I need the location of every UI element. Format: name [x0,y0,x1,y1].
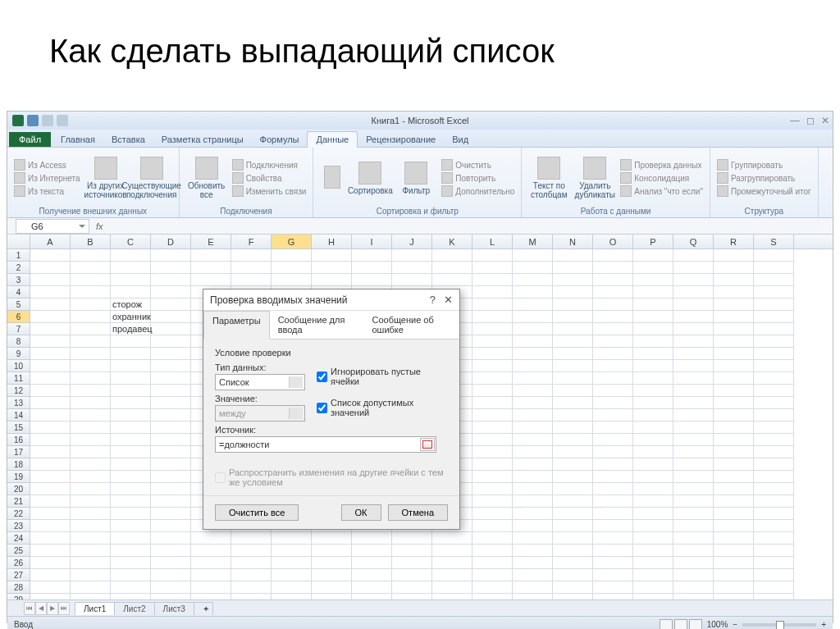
cell[interactable] [513,569,553,581]
cell[interactable] [432,532,472,545]
cell[interactable] [714,385,754,397]
cell[interactable] [151,446,191,458]
ungroup-button[interactable]: Разгруппировать [717,172,811,184]
cell[interactable] [714,594,754,599]
cell[interactable] [513,508,553,520]
cell[interactable] [754,397,794,409]
cell[interactable] [633,594,673,599]
cell[interactable] [673,520,714,532]
cell[interactable] [553,274,593,286]
normal-view-button[interactable] [660,619,673,630]
cell[interactable] [432,569,472,581]
cell[interactable] [30,422,71,434]
cell[interactable] [673,446,714,458]
cell[interactable] [673,274,714,286]
cell[interactable] [633,286,673,299]
cell[interactable] [151,360,191,372]
clear-button[interactable]: Очистить [441,159,514,171]
cell[interactable] [553,471,593,483]
dialog-tab-settings[interactable]: Параметры [203,311,270,340]
cell[interactable] [754,532,794,545]
cell[interactable] [553,360,593,372]
cell[interactable] [553,594,593,599]
tab-view[interactable]: Вид [444,132,477,147]
cell[interactable] [754,520,794,532]
cell[interactable] [151,471,191,483]
sheet-nav-last[interactable]: ⏭ [58,602,70,615]
close-icon[interactable]: ✕ [821,115,829,126]
cell[interactable] [513,323,553,335]
cell[interactable] [151,483,191,495]
cell[interactable] [30,372,71,385]
cell[interactable] [71,335,111,348]
column-header[interactable]: N [553,235,593,248]
cell[interactable] [151,299,191,311]
cell[interactable] [553,286,593,299]
ok-button[interactable]: ОК [341,504,381,521]
cell[interactable] [472,458,513,471]
cell[interactable] [513,409,553,422]
cell[interactable] [673,249,714,262]
cell[interactable] [111,594,151,599]
cell[interactable] [472,249,513,262]
cell[interactable] [30,360,71,372]
cell[interactable] [191,557,231,569]
cell[interactable] [714,262,754,274]
cell[interactable] [633,446,673,458]
cell[interactable] [714,335,754,348]
cell[interactable] [71,323,111,335]
cell[interactable] [633,262,673,274]
cell[interactable] [151,594,191,599]
properties-button[interactable]: Свойства [232,172,307,184]
cell[interactable] [231,569,272,581]
cell[interactable] [432,262,472,274]
cell[interactable] [111,446,151,458]
undo-icon[interactable] [42,115,53,126]
cell[interactable] [111,520,151,532]
cell[interactable] [553,262,593,274]
cell[interactable] [714,249,754,262]
cell[interactable] [312,569,352,581]
sheet-tab-2[interactable]: Лист2 [114,602,154,615]
cell[interactable] [472,483,513,495]
cell[interactable] [513,385,553,397]
cell[interactable] [714,458,754,471]
cell[interactable] [352,532,392,545]
sheet-nav-prev[interactable]: ◀ [35,602,47,615]
cell[interactable] [714,323,754,335]
cell[interactable] [30,557,71,569]
cell[interactable] [111,471,151,483]
cell[interactable] [151,581,191,594]
cell[interactable] [513,557,553,569]
cell[interactable] [714,286,754,299]
cell[interactable] [593,323,633,335]
cell[interactable] [30,594,71,599]
cell[interactable] [30,286,71,299]
cell[interactable] [472,348,513,360]
cell[interactable] [593,286,633,299]
cell[interactable] [71,311,111,323]
cell[interactable] [673,532,714,545]
cell[interactable] [151,532,191,545]
cell[interactable] [754,348,794,360]
cell[interactable] [553,323,593,335]
column-header[interactable]: E [191,235,231,248]
cell[interactable] [111,385,151,397]
cell[interactable] [352,557,392,569]
cell[interactable] [111,360,151,372]
cell[interactable] [673,508,714,520]
cell[interactable] [151,409,191,422]
cell[interactable] [71,594,111,599]
cell[interactable] [71,385,111,397]
cell[interactable] [593,458,633,471]
cell[interactable] [714,508,754,520]
cell[interactable] [633,249,673,262]
cell[interactable] [513,545,553,557]
cell[interactable] [754,458,794,471]
cell[interactable] [111,422,151,434]
cell[interactable] [513,299,553,311]
cell[interactable] [553,495,593,508]
cell[interactable] [71,409,111,422]
cell[interactable] [231,581,272,594]
cell[interactable] [392,545,432,557]
